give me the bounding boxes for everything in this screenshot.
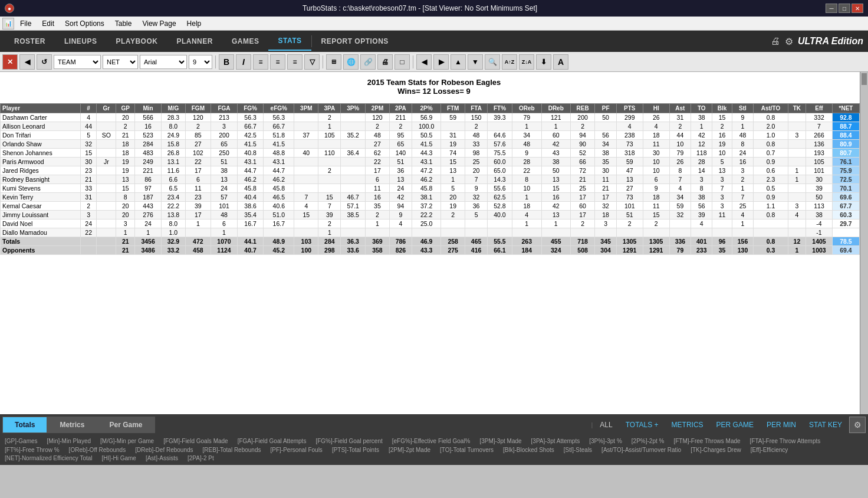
cell-pts: 1305 xyxy=(616,237,643,246)
cell-twopa: 24 xyxy=(389,184,412,193)
legend-item: [FGM]-Field Goals Made xyxy=(163,438,228,445)
maximize-button[interactable]: □ xyxy=(839,4,850,13)
cell-fta: 32 xyxy=(465,193,488,202)
cell-num: 30 xyxy=(80,158,97,166)
back-btn[interactable]: ◀ xyxy=(19,54,35,70)
table-row: Totals21345632.9472107044.148.910328436.… xyxy=(1,237,860,246)
sort-desc-btn[interactable]: Z↓A xyxy=(519,54,534,70)
tab-metrics[interactable]: Metrics xyxy=(47,417,97,433)
menu-view-page[interactable]: View Page xyxy=(137,18,180,29)
sort-asc-btn[interactable]: A↑Z xyxy=(502,54,517,70)
nav-report-options[interactable]: REPORT OPTIONS xyxy=(312,32,398,50)
size-select[interactable]: 9 xyxy=(189,55,212,69)
cell-efgpct: 45.2 xyxy=(264,246,294,255)
up-btn[interactable]: ▲ xyxy=(451,54,466,70)
cell-dreb: 43 xyxy=(541,149,570,158)
cell-stl: 1 xyxy=(732,219,753,228)
preview-btn[interactable]: □ xyxy=(394,54,410,70)
tab-per-game-right[interactable]: PER GAME xyxy=(711,418,760,431)
cell-twopm xyxy=(366,228,390,237)
cell-player: David Noel xyxy=(1,219,81,228)
tab-per-min[interactable]: PER MIN xyxy=(761,418,802,431)
tab-totals[interactable]: Totals xyxy=(2,417,47,433)
align-center-btn[interactable]: ≡ xyxy=(270,54,285,70)
font-size-btn[interactable]: A xyxy=(553,54,568,70)
align-right-btn[interactable]: ≡ xyxy=(287,54,303,70)
nav-lineups[interactable]: LINEUPS xyxy=(55,32,107,50)
search-btn[interactable]: 🔍 xyxy=(485,54,500,70)
cell-to: 1 xyxy=(691,122,712,131)
cell-pts: 318 xyxy=(616,149,643,158)
close-button[interactable]: ✕ xyxy=(851,4,863,13)
col-blk: Blk xyxy=(712,104,732,113)
cell-tpm xyxy=(294,175,318,184)
net-select[interactable]: NET xyxy=(103,55,138,69)
legend-item: [M/G]-Min per Game xyxy=(100,438,154,445)
cell-net: 80.7 xyxy=(832,149,859,158)
menu-edit[interactable]: Edit xyxy=(37,18,59,29)
down-btn[interactable]: ▼ xyxy=(468,54,483,70)
menu-file[interactable]: File xyxy=(15,18,36,29)
cell-ftpct: 52.8 xyxy=(488,202,512,211)
cell-twopa xyxy=(389,228,412,237)
menu-sort-options[interactable]: Sort Options xyxy=(60,18,109,29)
vertical-scrollbar[interactable] xyxy=(860,72,868,414)
nav-games[interactable]: GAMES xyxy=(222,32,269,50)
cell-pf: 304 xyxy=(595,246,616,255)
close-btn[interactable]: ✕ xyxy=(2,54,18,70)
cell-stl: 24 xyxy=(732,149,753,158)
cell-reb: 94 xyxy=(570,131,595,140)
next-btn[interactable]: ▶ xyxy=(433,54,449,70)
cell-num: 33 xyxy=(80,184,97,193)
filter-btn[interactable]: ▽ xyxy=(304,54,320,70)
cell-hi: 2 xyxy=(643,219,669,228)
menu-table[interactable]: Table xyxy=(110,18,137,29)
tab-totals-right[interactable]: TOTALS + xyxy=(620,418,665,431)
cell-dreb: 121 xyxy=(541,113,570,122)
tab-all[interactable]: ALL xyxy=(594,418,618,431)
refresh-btn[interactable]: ↺ xyxy=(37,54,52,70)
team-select[interactable]: TEAM xyxy=(54,55,101,69)
cell-ftm: 31 xyxy=(441,131,465,140)
nav-playbook[interactable]: PLAYBOOK xyxy=(107,32,167,50)
prev-btn[interactable]: ◀ xyxy=(416,54,432,70)
cell-net: 29.7 xyxy=(832,219,859,228)
align-left-btn[interactable]: ≡ xyxy=(253,54,268,70)
cell-pts: 73 xyxy=(616,140,643,149)
gear-button[interactable]: ⚙ xyxy=(849,417,866,433)
minimize-button[interactable]: ─ xyxy=(826,4,837,13)
cell-astto: 0.8 xyxy=(754,211,788,219)
cell-astto: 1.1 xyxy=(754,202,788,211)
settings-icon[interactable]: ⚙ xyxy=(785,36,793,47)
cell-dreb: 1 xyxy=(541,219,570,228)
cell-pf: 30 xyxy=(595,166,616,175)
col-pf: PF xyxy=(595,104,616,113)
cell-tppct xyxy=(341,158,366,166)
nav-stats[interactable]: STATS xyxy=(268,32,311,51)
cell-tpa: 2 xyxy=(318,113,341,122)
download-btn[interactable]: ⬇ xyxy=(536,54,551,70)
tab-metrics-right[interactable]: METRICS xyxy=(666,418,709,431)
cell-efgpct: 51.8 xyxy=(264,131,294,140)
cell-hi: 18 xyxy=(643,193,669,202)
globe-btn[interactable]: 🌐 xyxy=(343,54,359,70)
cell-oreb: 8 xyxy=(512,175,541,184)
stats-table-container[interactable]: Player # Gr GP Min M/G FGM FGA FG% eFG% … xyxy=(0,103,868,255)
cell-mg: 33.2 xyxy=(162,246,186,255)
nav-roster[interactable]: ROSTER xyxy=(5,32,55,50)
print-btn[interactable]: 🖨 xyxy=(377,54,393,70)
cell-fgm xyxy=(185,228,211,237)
italic-btn[interactable]: I xyxy=(236,54,251,70)
nav-planner[interactable]: PLANNER xyxy=(167,32,222,50)
font-select[interactable]: Arial xyxy=(140,55,187,69)
menu-help[interactable]: Help xyxy=(182,18,206,29)
link-btn[interactable]: 🔗 xyxy=(360,54,376,70)
app-menu-icon[interactable]: 📊 xyxy=(2,18,14,30)
bold-btn[interactable]: B xyxy=(219,54,234,70)
grid-btn[interactable]: ⊞ xyxy=(326,54,341,70)
tab-stat-key[interactable]: STAT KEY xyxy=(803,418,848,431)
cell-hi: 9 xyxy=(643,184,669,193)
print-icon[interactable]: 🖨 xyxy=(771,36,780,47)
cell-fta: 150 xyxy=(465,113,488,122)
tab-per-game[interactable]: Per Game xyxy=(97,417,154,433)
